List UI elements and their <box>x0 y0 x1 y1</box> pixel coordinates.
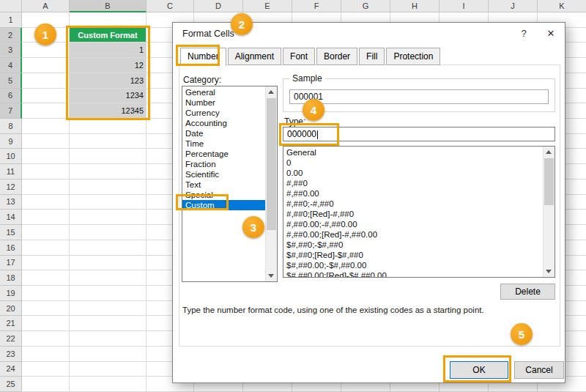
category-item-text[interactable]: Text <box>182 180 265 190</box>
row-header-17[interactable]: 17 <box>0 256 22 271</box>
cell-A24[interactable] <box>22 362 70 377</box>
row-header-20[interactable]: 20 <box>0 301 22 317</box>
row-header-25[interactable]: 25 <box>0 377 22 392</box>
cell-B24[interactable] <box>70 362 146 377</box>
column-header-e[interactable]: E <box>243 0 292 12</box>
scroll-down-icon[interactable] <box>266 270 277 281</box>
row-header-13[interactable]: 13 <box>0 195 22 210</box>
row-header-15[interactable]: 15 <box>0 225 22 240</box>
column-header-j[interactable]: J <box>489 0 538 12</box>
cell-B15[interactable] <box>70 225 146 240</box>
cell-B8[interactable] <box>70 119 146 134</box>
cell-A8[interactable] <box>22 119 70 134</box>
cell-B11[interactable] <box>70 164 146 180</box>
cell-A17[interactable] <box>22 256 70 271</box>
cell-A23[interactable] <box>22 347 70 362</box>
cell-B18[interactable] <box>70 270 146 286</box>
column-header-h[interactable]: H <box>390 0 440 12</box>
cell-A16[interactable] <box>22 240 70 256</box>
cell-B1[interactable] <box>70 12 146 28</box>
category-item-special[interactable]: Special <box>182 190 265 200</box>
cell-B2[interactable]: Custom Format <box>70 28 146 43</box>
category-item-fraction[interactable]: Fraction <box>182 159 265 169</box>
row-header-12[interactable]: 12 <box>0 180 22 195</box>
cell-B6[interactable]: 1234 <box>70 89 146 104</box>
column-header-k[interactable]: K <box>538 0 586 12</box>
cell-A21[interactable] <box>22 316 70 331</box>
tab-alignment[interactable]: Alignment <box>228 48 281 65</box>
cell-B19[interactable] <box>70 286 146 301</box>
cell-A25[interactable] <box>22 377 70 392</box>
format-code-item-12[interactable]: $#,##0.00;[Red]-$#,##0.00 <box>283 270 543 277</box>
delete-button[interactable]: Delete <box>500 284 555 300</box>
column-header-a[interactable]: A <box>22 0 70 12</box>
row-header-11[interactable]: 11 <box>0 164 22 180</box>
row-header-22[interactable]: 22 <box>0 331 22 347</box>
cell-A19[interactable] <box>22 286 70 301</box>
cell-A12[interactable] <box>22 180 70 195</box>
scroll-up-icon[interactable] <box>266 86 277 97</box>
cell-B13[interactable] <box>70 195 146 210</box>
format-code-item-3[interactable]: #,##0 <box>283 178 543 188</box>
cell-B7[interactable]: 12345 <box>70 103 146 119</box>
category-item-number[interactable]: Number <box>182 97 265 108</box>
tab-border[interactable]: Border <box>316 48 357 65</box>
ok-button[interactable]: OK <box>450 361 508 379</box>
column-header-b[interactable]: B <box>70 0 146 12</box>
cell-B23[interactable] <box>70 347 146 362</box>
scroll-up-icon[interactable] <box>544 147 555 158</box>
row-header-16[interactable]: 16 <box>0 240 22 256</box>
format-code-item-9[interactable]: $#,##0;-$#,##0 <box>283 240 543 250</box>
cell-A9[interactable] <box>22 134 70 149</box>
cell-B17[interactable] <box>70 256 146 271</box>
column-header-d[interactable]: D <box>194 0 243 12</box>
row-header-1[interactable]: 1 <box>0 12 22 28</box>
category-item-time[interactable]: Time <box>182 138 265 149</box>
row-header-8[interactable]: 8 <box>0 119 22 134</box>
format-code-item-8[interactable]: #,##0.00;[Red]-#,##0.00 <box>283 229 543 240</box>
category-item-currency[interactable]: Currency <box>182 108 265 118</box>
category-item-accounting[interactable]: Accounting <box>182 118 265 128</box>
format-code-item-7[interactable]: #,##0.00;-#,##0.00 <box>283 219 543 229</box>
cell-A18[interactable] <box>22 270 70 286</box>
cell-A7[interactable] <box>22 103 70 119</box>
cell-B16[interactable] <box>70 240 146 256</box>
cell-A22[interactable] <box>22 331 70 347</box>
row-header-10[interactable]: 10 <box>0 149 22 164</box>
format-code-item-2[interactable]: 0.00 <box>283 168 543 178</box>
row-header-14[interactable]: 14 <box>0 210 22 225</box>
scrollbar-thumb[interactable] <box>544 158 554 205</box>
cell-B14[interactable] <box>70 210 146 225</box>
cell-A6[interactable] <box>22 89 70 104</box>
category-item-date[interactable]: Date <box>182 128 265 138</box>
cell-A4[interactable] <box>22 58 70 73</box>
cell-A15[interactable] <box>22 225 70 240</box>
row-header-2[interactable]: 2 <box>0 28 22 43</box>
close-icon[interactable]: ✕ <box>537 23 565 45</box>
format-code-item-4[interactable]: #,##0.00 <box>283 188 543 199</box>
row-header-7[interactable]: 7 <box>0 103 22 119</box>
cell-A20[interactable] <box>22 301 70 317</box>
row-header-21[interactable]: 21 <box>0 316 22 331</box>
cell-A5[interactable] <box>22 73 70 89</box>
row-header-3[interactable]: 3 <box>0 42 22 58</box>
cell-B4[interactable]: 12 <box>70 58 146 73</box>
tab-fill[interactable]: Fill <box>359 48 385 65</box>
tab-protection[interactable]: Protection <box>386 48 440 65</box>
format-code-item-11[interactable]: $#,##0.00;-$#,##0.00 <box>283 260 543 270</box>
cell-B3[interactable]: 1 <box>70 42 146 58</box>
row-header-23[interactable]: 23 <box>0 347 22 362</box>
cell-B20[interactable] <box>70 301 146 317</box>
scrollbar-thumb[interactable] <box>267 98 276 230</box>
row-header-4[interactable]: 4 <box>0 58 22 73</box>
help-icon[interactable]: ? <box>511 23 537 45</box>
column-header-i[interactable]: I <box>440 0 489 12</box>
tab-font[interactable]: Font <box>283 48 315 65</box>
format-code-item-5[interactable]: #,##0;-#,##0 <box>283 199 543 209</box>
format-code-item-1[interactable]: 0 <box>283 158 543 168</box>
row-header-24[interactable]: 24 <box>0 362 22 377</box>
cancel-button[interactable]: Cancel <box>514 361 564 379</box>
cell-A10[interactable] <box>22 149 70 164</box>
category-item-custom[interactable]: Custom <box>182 200 265 210</box>
cell-B22[interactable] <box>70 331 146 347</box>
